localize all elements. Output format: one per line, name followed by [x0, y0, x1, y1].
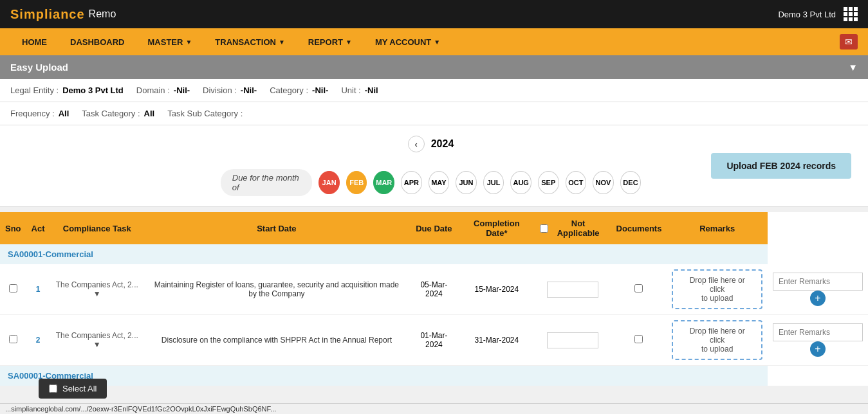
row2-remarks-input[interactable] — [773, 323, 863, 341]
not-applicable-header-checkbox[interactable] — [540, 224, 548, 233]
act-dropdown-icon[interactable]: ▼ — [93, 289, 101, 298]
table-row: 2 The Companies Act, 2... ▼ Disclosure o… — [0, 315, 868, 366]
nav-home[interactable]: HOME — [10, 28, 59, 55]
nav-report[interactable]: REPORT ▼ — [297, 28, 364, 55]
col-remarks: Remarks — [667, 212, 768, 244]
section-row-1: SA00001-Commercial — [0, 244, 868, 264]
topbar: Simpliance Remo Demo 3 Pvt Ltd — [0, 0, 868, 28]
table-section: Sno Act Compliance Task Start Date Due D… — [0, 212, 868, 386]
row1-due-date: 15-Mar-2024 — [459, 264, 535, 315]
filter-category: Category : -Nil- — [270, 86, 328, 95]
division-value: -Nil- — [241, 86, 257, 95]
row2-completion-date-input[interactable] — [547, 332, 598, 348]
col-act: Act — [26, 212, 50, 244]
row2-remarks-cell: + — [768, 315, 868, 366]
month-jan[interactable]: JAN — [319, 171, 340, 194]
filter-task-category: Task Category : All — [82, 109, 154, 118]
grid-icon[interactable] — [844, 7, 858, 21]
unit-value: -Nil — [365, 86, 378, 95]
unit-label: Unit : — [341, 86, 360, 95]
topbar-right: Demo 3 Pvt Ltd — [778, 7, 858, 21]
month-oct[interactable]: OCT — [566, 171, 587, 194]
filter-row-1: Legal Entity : Demo 3 Pvt Ltd Domain : -… — [0, 79, 868, 102]
row1-task: Maintaining Register of loans, guarantee… — [144, 264, 409, 315]
nav-dashboard[interactable]: DASHBOARD — [59, 28, 136, 55]
row2-checkbox[interactable] — [9, 335, 17, 343]
section-2-name: SA00001-Commercial — [0, 366, 768, 386]
nav-transaction[interactable]: TRANSACTION ▼ — [203, 28, 297, 55]
task-category-value: All — [144, 109, 155, 118]
col-start-date: Start Date — [144, 212, 409, 244]
filter-division: Division : -Nil- — [203, 86, 257, 95]
table-body: SA00001-Commercial 1 The Companies Act, … — [0, 244, 868, 386]
logo-subtitle: Remo — [89, 8, 116, 20]
upload-feb-button[interactable]: Upload FEB 2024 records — [711, 153, 851, 179]
task-category-label: Task Category : — [82, 109, 140, 118]
category-value: -Nil- — [312, 86, 328, 95]
collapse-icon[interactable]: ▼ — [848, 62, 858, 73]
select-all-label: Select All — [62, 384, 97, 386]
row2-completion-date-cell — [535, 315, 611, 366]
filter-unit: Unit : -Nil — [341, 86, 378, 95]
month-may[interactable]: MAY — [429, 171, 450, 194]
legal-entity-label: Legal Entity : — [10, 86, 59, 95]
row1-not-applicable-checkbox[interactable] — [634, 284, 643, 292]
transaction-dropdown-icon: ▼ — [279, 39, 285, 46]
table-row: 1 The Companies Act, 2... ▼ Maintaining … — [0, 264, 868, 315]
row1-completion-date-cell — [535, 264, 611, 315]
nav-myaccount[interactable]: MY ACCOUNT ▼ — [364, 28, 452, 55]
master-dropdown-icon: ▼ — [185, 39, 192, 46]
division-label: Division : — [203, 86, 237, 95]
row1-drop-zone[interactable]: Drop file here or clickto upload — [672, 269, 762, 309]
month-nov[interactable]: NOV — [593, 171, 614, 194]
logo-text: Simpliance — [10, 7, 85, 22]
company-name: Demo 3 Pvt Ltd — [778, 10, 836, 19]
row1-documents-cell[interactable]: Drop file here or clickto upload — [667, 264, 768, 315]
row2-start-date: 01-Mar-2024 — [409, 315, 459, 366]
row1-not-applicable-cell — [611, 264, 667, 315]
row1-checkbox-cell — [0, 264, 26, 315]
row1-completion-date-input[interactable] — [547, 282, 598, 298]
col-due-date: Due Date — [409, 212, 459, 244]
month-dec[interactable]: DEC — [620, 171, 642, 194]
row2-documents-cell[interactable]: Drop file here or clickto upload — [667, 315, 768, 366]
month-feb[interactable]: FEB — [346, 171, 367, 194]
frequency-value: All — [59, 109, 69, 118]
select-all-bar[interactable]: Select All — [39, 379, 107, 386]
row1-add-button[interactable]: + — [810, 291, 826, 306]
table-header: Sno Act Compliance Task Start Date Due D… — [0, 212, 868, 244]
main-nav: HOME DASHBOARD MASTER ▼ TRANSACTION ▼ RE… — [0, 28, 868, 55]
report-dropdown-icon: ▼ — [346, 39, 352, 46]
category-label: Category : — [270, 86, 308, 95]
prev-year-button[interactable]: ‹ — [408, 136, 425, 152]
domain-label: Domain : — [136, 86, 170, 95]
row2-act: The Companies Act, 2... ▼ — [50, 315, 145, 366]
col-completion-date: Completion Date* — [459, 212, 535, 244]
month-aug[interactable]: AUG — [510, 171, 531, 194]
col-not-applicable: Not Applicable — [535, 212, 611, 244]
month-sep[interactable]: SEP — [538, 171, 559, 194]
month-mar[interactable]: MAR — [373, 171, 394, 194]
row1-remarks-cell: + — [768, 264, 868, 315]
row1-remarks-input[interactable] — [773, 273, 863, 291]
select-all-checkbox[interactable] — [49, 384, 57, 386]
easy-upload-title: Easy Upload — [10, 62, 68, 73]
filter-frequency: Frequency : All — [10, 109, 69, 118]
month-jul[interactable]: JUL — [483, 171, 504, 194]
myaccount-dropdown-icon: ▼ — [434, 39, 440, 46]
nav-master[interactable]: MASTER ▼ — [136, 28, 204, 55]
act2-dropdown-icon[interactable]: ▼ — [93, 340, 101, 349]
row2-drop-zone[interactable]: Drop file here or clickto upload — [672, 320, 762, 360]
frequency-label: Frequency : — [10, 109, 55, 118]
row2-add-button[interactable]: + — [810, 341, 826, 357]
col-sno: Sno — [0, 212, 26, 244]
mail-icon[interactable]: ✉ — [840, 34, 858, 50]
domain-value: -Nil- — [174, 86, 190, 95]
row1-checkbox[interactable] — [9, 284, 17, 292]
row2-not-applicable-cell — [611, 315, 667, 366]
month-jun[interactable]: JUN — [456, 171, 477, 194]
calendar-section: ‹ 2024 Due for the month of JAN FEB MAR … — [0, 125, 868, 207]
row2-task: Disclosure on the compliance with SHPPR … — [144, 315, 409, 366]
month-apr[interactable]: APR — [401, 171, 422, 194]
row2-not-applicable-checkbox[interactable] — [634, 335, 643, 343]
